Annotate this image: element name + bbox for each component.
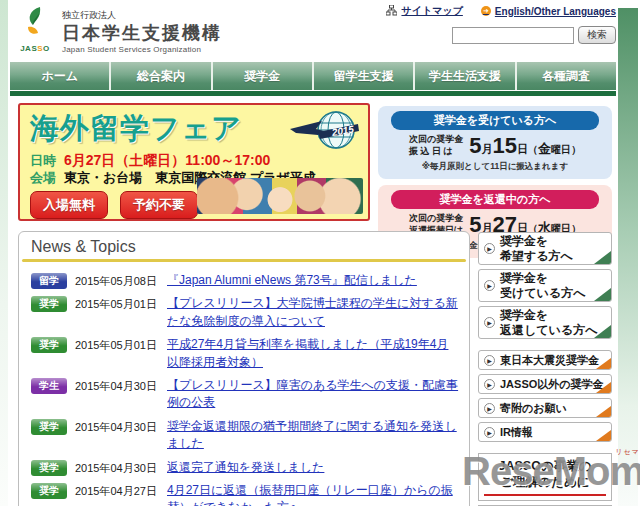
jasso-homepage: JASSO 独立行政法人 日本学生支援機構 Japan Student Serv… [0, 0, 640, 506]
transfer-box-header: 奨学金を受けている方へ [391, 111, 599, 130]
date-label: 日時 [30, 152, 56, 170]
sitemap-link[interactable]: サイトマップ [386, 4, 462, 18]
news-row: 奨学 2015年05月01日 平成27年4月貸与利率を掲載しました（平成19年4… [31, 336, 459, 371]
red-underline [484, 494, 606, 496]
sidebar-item-jasso-understanding[interactable]: JASSOの事業の ご理解のために [478, 453, 612, 501]
sidebar-item-ir-info[interactable]: ▶ IR情報 [478, 422, 612, 442]
transfer-lead: 次回の奨学金 振 込 日 は [409, 134, 463, 157]
news-row: 奨学 2015年04月30日 返還完了通知を発送しました [31, 459, 459, 476]
play-circle-icon: ▶ [484, 317, 495, 328]
nav-scholarships[interactable]: 奨学金 [213, 62, 314, 90]
nav-general-info[interactable]: 総合案内 [111, 62, 212, 90]
jasso-logo-text: JASSO [16, 44, 54, 53]
news-row: 奨学 2015年04月30日 奨学金返還期限の猶予期間終了に関する通知を発送しま… [31, 418, 459, 453]
news-date: 2015年05月01日 [67, 336, 163, 353]
nav-underbar [10, 91, 616, 96]
corner-decoration [596, 430, 611, 441]
news-date: 2015年05月08日 [67, 272, 163, 289]
fair-title: 海外留学フェア [30, 109, 242, 149]
category-badge: 奨学 [31, 483, 67, 499]
free-admission-button[interactable]: 入場無料 [30, 191, 108, 219]
sidebar-item-receiving-scholarship[interactable]: ▶ 奨学金を受けている方へ [478, 269, 612, 302]
sidebar-item-apply-scholarship[interactable]: ▶ 奨学金を希望する方へ [478, 232, 612, 265]
students-photo [197, 178, 363, 214]
news-title: News & Topics [19, 232, 469, 259]
corner-decoration [596, 382, 611, 393]
category-badge: 奨学 [31, 419, 67, 435]
news-date: 2015年04月27日 [67, 482, 163, 499]
category-badge: 留学 [31, 273, 67, 289]
corner-decoration [594, 325, 611, 338]
sidebar: ▶ 奨学金を希望する方へ ▶ 奨学金を受けている方へ ▶ 奨学金を返還している方… [478, 232, 612, 506]
sitemap-icon [386, 5, 397, 18]
sidebar-item-earthquake-scholarship[interactable]: ▶ 東日本大震災奨学金 [478, 350, 612, 370]
news-date: 2015年04月30日 [67, 377, 163, 394]
play-circle-icon: ▶ [484, 355, 495, 366]
news-link[interactable]: 【プレスリリース】大学院博士課程の学生に対する新たな免除制度の導入について [163, 295, 459, 330]
sidebar-item-donation[interactable]: ▶ 寄附のお願い [478, 398, 612, 418]
play-circle-icon: ▶ [484, 243, 495, 254]
news-link[interactable]: 奨学金返還期限の猶予期間終了に関する通知を発送しました [163, 418, 459, 453]
site-header: JASSO 独立行政法人 日本学生支援機構 Japan Student Serv… [10, 0, 616, 60]
news-date: 2015年04月30日 [67, 459, 163, 476]
nav-international-students[interactable]: 留学生支援 [314, 62, 415, 90]
play-circle-icon: ▶ [484, 379, 495, 390]
sidebar-item-repaying-scholarship[interactable]: ▶ 奨学金を返還している方へ [478, 306, 612, 339]
venue-label: 会場 [30, 169, 56, 187]
news-link[interactable]: 返還完了通知を発送しました [163, 459, 459, 476]
news-link[interactable]: 『Japan Alumni eNews 第73号』配信しました [163, 272, 459, 289]
news-row: 学生 2015年04月30日 【プレスリリース】障害のある学生への支援・配慮事例… [31, 377, 459, 412]
right-edge-decoration [618, 8, 638, 506]
study-abroad-fair-banner[interactable]: 海外留学フェア 2015 日時 6月27日（土曜日）11:00～17:00 会場… [18, 103, 370, 221]
news-list: 留学 2015年05月08日 『Japan Alumni eNews 第73号』… [19, 262, 469, 506]
news-row: 奨学 2015年05月01日 【プレスリリース】大学院博士課程の学生に対する新た… [31, 295, 459, 330]
nav-student-life[interactable]: 学生生活支援 [415, 62, 516, 90]
no-reservation-button[interactable]: 予約不要 [120, 191, 198, 219]
globe-airplane-icon: 2015 [288, 107, 360, 157]
news-date: 2015年05月01日 [67, 295, 163, 312]
sidebar-item-other-scholarships[interactable]: ▶ JASSO以外の奨学金 [478, 374, 612, 394]
corner-decoration [594, 288, 611, 301]
corner-decoration [596, 406, 611, 417]
news-row: 留学 2015年05月08日 『Japan Alumni eNews 第73号』… [31, 272, 459, 289]
arrow-circle-icon: ➜ [481, 6, 491, 16]
main-navigation: ホーム 総合案内 奨学金 留学生支援 学生生活支援 各種調査 [10, 62, 616, 90]
corner-decoration [594, 251, 611, 264]
org-name-en: Japan Student Services Organization [62, 45, 222, 54]
jasso-logo[interactable]: JASSO 独立行政法人 日本学生支援機構 Japan Student Serv… [16, 6, 222, 54]
date-value: 6月27日（土曜日）11:00～17:00 [64, 152, 270, 170]
jasso-leaf-icon [20, 26, 50, 43]
category-badge: 奨学 [31, 460, 67, 476]
category-badge: 学生 [31, 378, 67, 394]
corner-decoration [596, 358, 611, 369]
news-row: 奨学 2015年04月27日 4月27日に返還（振替用口座（リレー口座）からの振… [31, 482, 459, 506]
news-topics-panel: News & Topics 留学 2015年05月08日 『Japan Alum… [18, 231, 470, 506]
news-link[interactable]: 4月27日に返還（振替用口座（リレー口座）からの振替）ができなかった方へ [163, 482, 459, 506]
repayment-box-header: 奨学金を返還中の方へ [391, 190, 599, 209]
transfer-date-box: 奨学金を受けている方へ 次回の奨学金 振 込 日 は 5月15日（金曜日） ※毎… [378, 106, 612, 179]
play-circle-icon: ▶ [484, 403, 495, 414]
news-date: 2015年04月30日 [67, 418, 163, 435]
news-link[interactable]: 【プレスリリース】障害のある学生への支援・配慮事例の公表 [163, 377, 459, 412]
category-badge: 奨学 [31, 337, 67, 353]
play-circle-icon: ▶ [484, 427, 495, 438]
category-badge: 奨学 [31, 296, 67, 312]
nav-home[interactable]: ホーム [10, 62, 111, 90]
org-type: 独立行政法人 [62, 9, 222, 22]
org-name: 日本学生支援機構 [62, 22, 222, 45]
language-link[interactable]: ➜ English/Other Languages [481, 6, 616, 17]
nav-surveys[interactable]: 各種調査 [517, 62, 616, 90]
search-input[interactable] [452, 27, 574, 44]
transfer-note: ※毎月原則として11日に振込まれます [384, 161, 606, 173]
left-edge-decoration [0, 0, 8, 506]
transfer-date: 5月15日（金曜日） [469, 133, 581, 159]
play-circle-icon: ▶ [484, 280, 495, 291]
search-button[interactable]: 検索 [578, 26, 616, 44]
news-link[interactable]: 平成27年4月貸与利率を掲載しました（平成19年4月以降採用者対象） [163, 336, 459, 371]
